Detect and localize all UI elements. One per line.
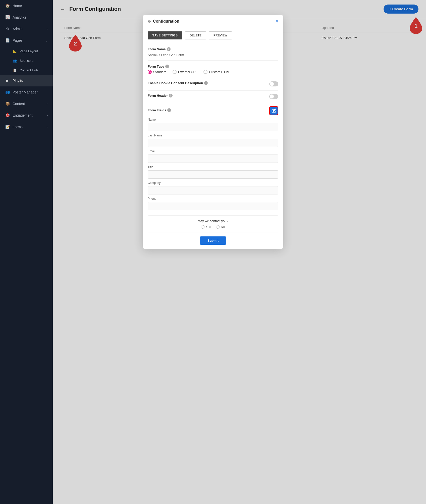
title-input[interactable] — [148, 170, 278, 179]
form-name-label: Form Name i — [148, 47, 278, 51]
configuration-modal: ⚙ Configuration × SAVE SETTINGS DELETE P… — [143, 15, 283, 249]
form-type-field: Form Type i Standard External URL — [148, 65, 278, 77]
form-header-row: Form Header i — [148, 94, 278, 99]
contact-no-label: No — [221, 225, 225, 229]
email-field-group: Email — [148, 149, 278, 165]
radio-standard-circle — [148, 70, 152, 74]
delete-button[interactable]: DELETE — [185, 31, 206, 39]
last-name-field-label: Last Name — [148, 134, 278, 137]
gear-icon: ⚙ — [148, 19, 151, 24]
modal-body: Form Name i Social27 Lead Gen Form Form … — [143, 43, 283, 249]
company-field-group: Company — [148, 181, 278, 197]
modal-close-button[interactable]: × — [276, 19, 278, 24]
save-settings-button[interactable]: SAVE SETTINGS — [148, 31, 182, 39]
form-name-info-icon[interactable]: i — [167, 47, 171, 51]
name-field-label: Name — [148, 118, 278, 121]
form-fields-label: Form Fields i — [148, 108, 171, 112]
form-fields-edit-button[interactable] — [269, 106, 278, 115]
main-content: ← Form Configuration + Create Form 1 For… — [53, 0, 426, 504]
form-type-radio-group: Standard External URL Custom HTML — [148, 70, 278, 74]
email-field-label: Email — [148, 149, 278, 153]
form-fields-section: Form Fields i — [148, 106, 278, 115]
modal-toolbar: SAVE SETTINGS DELETE PREVIEW — [143, 28, 283, 43]
cookie-consent-toggle[interactable] — [269, 81, 278, 86]
title-field-label: Title — [148, 165, 278, 169]
contact-section: May we contact you? Yes No — [148, 215, 278, 232]
form-type-label: Form Type i — [148, 65, 278, 68]
phone-field-label: Phone — [148, 197, 278, 200]
phone-input[interactable] — [148, 202, 278, 210]
cookie-consent-info-icon[interactable]: i — [204, 81, 208, 85]
form-header-info-icon[interactable]: i — [169, 94, 173, 97]
company-input[interactable] — [148, 186, 278, 194]
name-input[interactable] — [148, 123, 278, 131]
contact-yes-label: Yes — [206, 225, 211, 229]
name-field-group: Name — [148, 118, 278, 134]
cookie-consent-row: Enable Cookie Consent Description i — [148, 81, 278, 86]
radio-custom-html-circle — [203, 70, 207, 74]
radio-external-url[interactable]: External URL — [173, 70, 197, 74]
title-field-group: Title — [148, 165, 278, 181]
contact-yes-option[interactable]: Yes — [201, 225, 211, 229]
form-name-value: Social27 Lead Gen Form — [148, 53, 278, 57]
contact-no-option[interactable]: No — [216, 225, 225, 229]
email-input[interactable] — [148, 155, 278, 163]
contact-question: May we contact you? — [151, 219, 275, 223]
modal-title: Configuration — [153, 19, 276, 24]
radio-external-url-circle — [173, 70, 177, 74]
contact-no-circle — [216, 225, 220, 229]
phone-field-group: Phone — [148, 197, 278, 213]
last-name-field-group: Last Name — [148, 134, 278, 149]
form-name-field: Form Name i Social27 Lead Gen Form — [148, 47, 278, 61]
cookie-consent-label: Enable Cookie Consent Description i — [148, 81, 208, 85]
form-fields-info-icon[interactable]: i — [167, 108, 171, 112]
preview-button[interactable]: PREVIEW — [209, 31, 232, 39]
submit-section: Submit — [148, 236, 278, 245]
modal-header: ⚙ Configuration × — [143, 15, 283, 28]
form-header-label: Form Header i — [148, 94, 173, 97]
last-name-input[interactable] — [148, 139, 278, 147]
form-type-info-icon[interactable]: i — [165, 65, 169, 68]
company-field-label: Company — [148, 181, 278, 185]
radio-standard[interactable]: Standard — [148, 70, 167, 74]
radio-custom-html[interactable]: Custom HTML — [203, 70, 230, 74]
contact-options: Yes No — [151, 225, 275, 229]
contact-yes-circle — [201, 225, 204, 229]
submit-button[interactable]: Submit — [200, 236, 226, 245]
modal-overlay: ⚙ Configuration × SAVE SETTINGS DELETE P… — [53, 0, 426, 504]
form-header-toggle[interactable] — [269, 94, 278, 99]
